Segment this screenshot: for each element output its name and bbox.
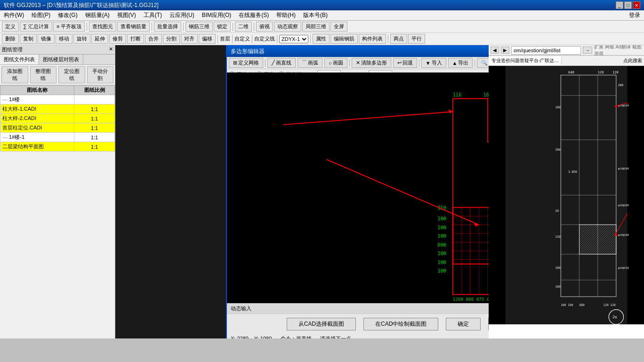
draw-in-cad-button[interactable]: 在CAD中绘制截面图 <box>363 318 438 330</box>
table-row[interactable]: 柱大样-1.CADI1:1 <box>0 105 115 114</box>
local-3d-button[interactable]: 局部三维 <box>302 22 330 32</box>
define-button[interactable]: 定义 <box>2 22 19 32</box>
browser-go-button[interactable]: → <box>583 47 592 54</box>
svg-text:800: 800 <box>437 242 446 248</box>
polygon-editor-dialog[interactable]: 多边形编辑器 ✕ ⊞ 定义网格 ╱ 画直线 ⌒ 画弧 ○ <box>226 45 489 338</box>
export-button[interactable]: ▲ 导出 <box>448 58 473 68</box>
edit-rebar-button[interactable]: 编辑钢筋 <box>330 34 358 44</box>
sum-calc-button[interactable]: ∑ 汇总计算 <box>20 22 52 32</box>
menu-component[interactable]: 构件(W) <box>2 10 26 20</box>
copy-button[interactable]: 复制 <box>20 34 37 44</box>
2d-button[interactable]: 二维 <box>235 22 252 32</box>
align-button[interactable]: 对齐 <box>181 34 198 44</box>
undo-button[interactable]: ↩ 回退 <box>393 58 417 68</box>
batch-select-button[interactable]: 批量选择 <box>154 22 181 32</box>
organize-drawings-button[interactable]: 整理图纸 <box>30 66 57 83</box>
poly-canvas[interactable]: 116 16 4 204 2 1012 159 159 100 100 100 … <box>227 72 489 303</box>
custom-label: 自定义线 <box>254 35 275 42</box>
merge-button[interactable]: 合并 <box>145 34 162 44</box>
tab-floor-compare[interactable]: 图纸楼层对照表 <box>39 55 83 64</box>
rebar-3d-button[interactable]: 钢筋三维 <box>185 22 213 32</box>
browser-back-button[interactable]: ◀ <box>491 47 499 54</box>
separator <box>232 35 233 43</box>
manual-split-button[interactable]: 手动分割 <box>87 66 114 83</box>
svg-text:120: 120 <box>612 70 619 74</box>
break-button[interactable]: 打断 <box>127 34 144 44</box>
browser-btns: 扩展 网银 Ad翻译 截图 游戏 <box>594 45 642 57</box>
drawings-table: 图纸名称 图纸比例 — 1#楼柱大样-1.CADI1:1柱大样-2.CADI1:… <box>0 85 115 152</box>
cad-viewer[interactable]: 多边形编辑器 ✕ ⊞ 定义网格 ╱ 画直线 ⌒ 画弧 ○ <box>115 45 489 338</box>
qa-tab[interactable]: 专业造价问题答疑平台-广联达... <box>489 56 562 65</box>
table-row[interactable]: 柱大样-2.CADI1:1 <box>0 114 115 123</box>
menu-bim[interactable]: BIM应用(O) <box>200 10 233 20</box>
svg-text:100: 100 <box>437 260 446 265</box>
search-hint: 点此搜索 <box>621 57 644 64</box>
dynamic-view-button[interactable]: 动态观察 <box>274 22 301 32</box>
view-rebar-button[interactable]: 查看钢筋量 <box>117 22 150 32</box>
draw-arc-button[interactable]: ⌒ 画弧 <box>298 58 322 68</box>
draw-circle-button[interactable]: ○ 画圆 <box>324 58 347 68</box>
select-from-cad-button[interactable]: 从CAD选择截面图 <box>287 318 356 330</box>
drawing-name-cell: 柱大样-2.CADI <box>0 114 74 123</box>
svg-text:116: 116 <box>453 92 461 97</box>
grid-icon: ⊞ <box>233 60 237 66</box>
extend-button[interactable]: 延伸 <box>91 34 108 44</box>
zdyx-select[interactable]: ZDYX-1 <box>279 35 308 43</box>
import-button[interactable]: ▼ 导入 <box>421 58 446 68</box>
menu-rebar[interactable]: 钢筋量(A) <box>83 10 112 20</box>
menu-help[interactable]: 帮助(H) <box>274 10 298 20</box>
panel-close-icon[interactable]: ✕ <box>109 46 113 52</box>
menu-version[interactable]: 版本号(B) <box>301 10 330 20</box>
confirm-button[interactable]: 确定 <box>446 318 481 330</box>
find-element-button[interactable]: 查找图元 <box>89 22 116 32</box>
flush-top-button[interactable]: ≡ 平齐板顶 <box>53 22 85 32</box>
col-ratio-header: 图纸比例 <box>74 86 115 95</box>
component-list-button[interactable]: 构件列表 <box>359 34 386 44</box>
minimize-button[interactable]: _ <box>616 1 623 9</box>
top-view-button[interactable]: 俯视 <box>256 22 273 32</box>
fullscreen-button[interactable]: 全屏 <box>330 22 347 32</box>
menu-login[interactable]: 登录 <box>627 10 642 20</box>
trim-button[interactable]: 修剪 <box>109 34 126 44</box>
menu-view[interactable]: 视图(V) <box>115 10 138 20</box>
cancel-button[interactable]: 取消 <box>488 318 489 330</box>
main-area: 图纸管理 ✕ 图纸文件列表 图纸楼层对照表 添加图纸 整理图纸 定位图纸 手动分… <box>0 45 644 338</box>
maximize-button[interactable]: □ <box>624 1 632 9</box>
lock-button[interactable]: 锁定 <box>214 22 231 32</box>
split-button[interactable]: 分割 <box>163 34 180 44</box>
drawing-name-cell: 首层柱定位.CADI <box>0 123 74 133</box>
mirror-button[interactable]: 镜像 <box>38 34 55 44</box>
table-row[interactable]: — 1#楼-11:1 <box>0 133 115 142</box>
props-button[interactable]: 属性 <box>313 34 330 44</box>
offset-button[interactable]: 偏移 <box>199 34 216 44</box>
menu-online[interactable]: 在线服务(S) <box>237 10 271 20</box>
parallel-button[interactable]: 平行 <box>408 34 425 44</box>
menu-bar: 构件(W) 绘图(P) 修改(G) 钢筋量(A) 视图(V) 工具(T) 云应用… <box>0 10 644 21</box>
table-row[interactable]: — 1#楼 <box>0 95 115 105</box>
table-row[interactable]: 首层柱定位.CADI1:1 <box>0 123 115 133</box>
two-point-button[interactable]: 两点 <box>390 34 407 44</box>
move-button[interactable]: 移动 <box>56 34 72 44</box>
browser-forward-button[interactable]: ▶ <box>501 47 509 54</box>
query-polygon-library-button[interactable]: 🔍 查询多边形库 <box>477 58 489 68</box>
poly-status-bar: 动态输入 <box>227 304 489 314</box>
coord-x: X: 2280 <box>231 336 249 338</box>
svg-text:100: 100 <box>437 225 446 230</box>
add-drawing-button[interactable]: 添加图纸 <box>1 66 28 83</box>
draw-line-button[interactable]: ╱ 画直线 <box>267 58 296 68</box>
tab-drawing-list[interactable]: 图纸文件列表 <box>0 55 39 64</box>
svg-text:100: 100 <box>437 268 446 274</box>
menu-tools[interactable]: 工具(T) <box>142 10 164 20</box>
menu-cloud[interactable]: 云应用(U) <box>168 10 196 20</box>
menu-draw[interactable]: 绘图(P) <box>30 10 52 20</box>
query-icon: 🔍 <box>481 60 488 66</box>
define-grid-button[interactable]: ⊞ 定义网格 <box>229 58 263 68</box>
table-row[interactable]: 二层梁结构平面图1:1 <box>0 142 115 152</box>
browser-address-bar[interactable] <box>511 46 581 55</box>
menu-modify[interactable]: 修改(G) <box>56 10 79 20</box>
delete-button[interactable]: 删除 <box>2 34 19 44</box>
close-button[interactable]: ✕ <box>633 1 640 9</box>
clear-polygon-button[interactable]: ✕ 清除多边形 <box>352 58 391 68</box>
rotate-button[interactable]: 旋转 <box>73 34 90 44</box>
position-drawing-button[interactable]: 定位图纸 <box>58 66 85 83</box>
